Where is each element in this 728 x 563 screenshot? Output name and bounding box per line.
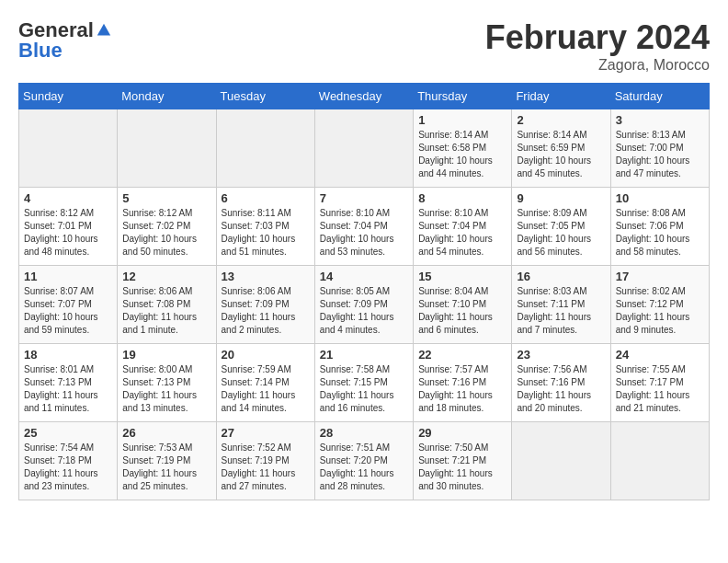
day-info: Sunrise: 7:53 AMSunset: 7:19 PMDaylight:… [122,442,210,493]
day-info: Sunrise: 8:13 AMSunset: 7:00 PMDaylight:… [616,129,704,180]
day-number: 29 [418,426,506,440]
day-number: 11 [24,270,112,283]
svg-marker-0 [97,24,110,36]
title-section: February 2024 Zagora, Morocco [485,18,710,74]
day-cell: 19Sunrise: 8:00 AMSunset: 7:13 PMDayligh… [118,344,216,422]
day-info: Sunrise: 8:10 AMSunset: 7:04 PMDaylight:… [320,207,408,259]
day-number: 24 [616,348,704,362]
day-info: Sunrise: 8:14 AMSunset: 6:58 PMDaylight:… [418,129,506,180]
day-cell: 7Sunrise: 8:10 AMSunset: 7:04 PMDaylight… [314,188,413,266]
header-cell-tuesday: Tuesday [216,84,314,109]
week-row-2: 4Sunrise: 8:12 AMSunset: 7:01 PMDaylight… [19,188,710,266]
week-row-1: 1Sunrise: 8:14 AMSunset: 6:58 PMDaylight… [19,109,710,188]
day-cell: 6Sunrise: 8:11 AMSunset: 7:03 PMDaylight… [216,188,314,266]
day-number: 4 [24,191,112,205]
subtitle: Zagora, Morocco [485,57,710,74]
day-cell: 24Sunrise: 7:55 AMSunset: 7:17 PMDayligh… [610,344,709,422]
day-info: Sunrise: 8:02 AMSunset: 7:12 PMDaylight:… [616,285,704,337]
day-info: Sunrise: 8:12 AMSunset: 7:01 PMDaylight:… [24,207,112,259]
day-cell [314,109,413,188]
day-number: 2 [517,113,605,127]
day-cell: 2Sunrise: 8:14 AMSunset: 6:59 PMDaylight… [512,109,610,188]
day-info: Sunrise: 8:09 AMSunset: 7:05 PMDaylight:… [517,207,605,259]
day-info: Sunrise: 7:55 AMSunset: 7:17 PMDaylight:… [616,363,704,415]
header-cell-saturday: Saturday [610,84,709,109]
day-cell: 26Sunrise: 7:53 AMSunset: 7:19 PMDayligh… [118,422,216,500]
day-info: Sunrise: 8:12 AMSunset: 7:02 PMDaylight:… [122,207,210,259]
main-title: February 2024 [485,18,710,57]
day-cell: 27Sunrise: 7:52 AMSunset: 7:19 PMDayligh… [216,422,314,500]
day-info: Sunrise: 7:59 AMSunset: 7:14 PMDaylight:… [222,363,310,415]
header-cell-thursday: Thursday [414,84,512,109]
day-info: Sunrise: 7:56 AMSunset: 7:16 PMDaylight:… [517,363,605,415]
day-cell: 12Sunrise: 8:06 AMSunset: 7:08 PMDayligh… [118,266,216,344]
day-cell: 17Sunrise: 8:02 AMSunset: 7:12 PMDayligh… [610,266,709,344]
day-info: Sunrise: 8:07 AMSunset: 7:07 PMDaylight:… [24,285,112,337]
day-cell: 21Sunrise: 7:58 AMSunset: 7:15 PMDayligh… [314,344,413,422]
day-cell: 11Sunrise: 8:07 AMSunset: 7:07 PMDayligh… [19,266,118,344]
day-number: 8 [418,191,506,205]
day-cell: 16Sunrise: 8:03 AMSunset: 7:11 PMDayligh… [512,266,610,344]
day-number: 15 [418,270,506,283]
day-info: Sunrise: 8:14 AMSunset: 6:59 PMDaylight:… [517,129,605,180]
day-info: Sunrise: 8:06 AMSunset: 7:08 PMDaylight:… [122,285,210,337]
day-number: 21 [320,348,408,362]
day-cell: 22Sunrise: 7:57 AMSunset: 7:16 PMDayligh… [414,344,512,422]
day-cell: 18Sunrise: 8:01 AMSunset: 7:13 PMDayligh… [19,344,118,422]
day-info: Sunrise: 8:04 AMSunset: 7:10 PMDaylight:… [418,285,506,337]
day-cell [216,109,314,188]
day-number: 16 [517,270,605,283]
day-cell: 8Sunrise: 8:10 AMSunset: 7:04 PMDaylight… [414,188,512,266]
day-cell: 5Sunrise: 8:12 AMSunset: 7:02 PMDaylight… [118,188,216,266]
day-info: Sunrise: 8:06 AMSunset: 7:09 PMDaylight:… [222,285,310,337]
day-number: 19 [122,348,210,362]
logo: General Blue [18,18,112,63]
day-cell: 4Sunrise: 8:12 AMSunset: 7:01 PMDaylight… [19,188,118,266]
day-number: 10 [616,191,704,205]
day-info: Sunrise: 8:11 AMSunset: 7:03 PMDaylight:… [222,207,310,259]
day-info: Sunrise: 8:08 AMSunset: 7:06 PMDaylight:… [616,207,704,259]
day-cell: 1Sunrise: 8:14 AMSunset: 6:58 PMDaylight… [414,109,512,188]
day-cell: 3Sunrise: 8:13 AMSunset: 7:00 PMDaylight… [610,109,709,188]
day-cell [19,109,118,188]
day-number: 12 [122,270,210,283]
day-cell [610,422,709,500]
day-info: Sunrise: 8:03 AMSunset: 7:11 PMDaylight:… [517,285,605,337]
day-cell: 13Sunrise: 8:06 AMSunset: 7:09 PMDayligh… [216,266,314,344]
day-cell: 20Sunrise: 7:59 AMSunset: 7:14 PMDayligh… [216,344,314,422]
header-cell-wednesday: Wednesday [314,84,413,109]
day-number: 13 [222,270,310,283]
day-info: Sunrise: 7:57 AMSunset: 7:16 PMDaylight:… [418,363,506,415]
day-number: 28 [320,426,408,440]
day-cell: 28Sunrise: 7:51 AMSunset: 7:20 PMDayligh… [314,422,413,500]
day-cell: 10Sunrise: 8:08 AMSunset: 7:06 PMDayligh… [610,188,709,266]
page-header: General Blue February 2024 Zagora, Moroc… [18,18,710,74]
logo-blue: Blue [18,39,63,63]
week-row-5: 25Sunrise: 7:54 AMSunset: 7:18 PMDayligh… [19,422,710,500]
week-row-3: 11Sunrise: 8:07 AMSunset: 7:07 PMDayligh… [19,266,710,344]
day-number: 9 [517,191,605,205]
day-info: Sunrise: 8:05 AMSunset: 7:09 PMDaylight:… [320,285,408,337]
day-number: 26 [122,426,210,440]
day-number: 1 [418,113,506,127]
day-cell: 15Sunrise: 8:04 AMSunset: 7:10 PMDayligh… [414,266,512,344]
day-number: 5 [122,191,210,205]
day-number: 27 [222,426,310,440]
day-info: Sunrise: 8:10 AMSunset: 7:04 PMDaylight:… [418,207,506,259]
day-number: 17 [616,270,704,283]
day-number: 22 [418,348,506,362]
day-number: 23 [517,348,605,362]
day-cell: 9Sunrise: 8:09 AMSunset: 7:05 PMDaylight… [512,188,610,266]
day-info: Sunrise: 7:58 AMSunset: 7:15 PMDaylight:… [320,363,408,415]
day-cell: 25Sunrise: 7:54 AMSunset: 7:18 PMDayligh… [19,422,118,500]
day-info: Sunrise: 7:52 AMSunset: 7:19 PMDaylight:… [222,442,310,493]
week-row-4: 18Sunrise: 8:01 AMSunset: 7:13 PMDayligh… [19,344,710,422]
day-number: 14 [320,270,408,283]
day-number: 7 [320,191,408,205]
day-info: Sunrise: 7:54 AMSunset: 7:18 PMDaylight:… [24,442,112,493]
day-number: 20 [222,348,310,362]
day-cell: 14Sunrise: 8:05 AMSunset: 7:09 PMDayligh… [314,266,413,344]
calendar-table: SundayMondayTuesdayWednesdayThursdayFrid… [18,83,710,500]
day-cell [118,109,216,188]
day-number: 18 [24,348,112,362]
